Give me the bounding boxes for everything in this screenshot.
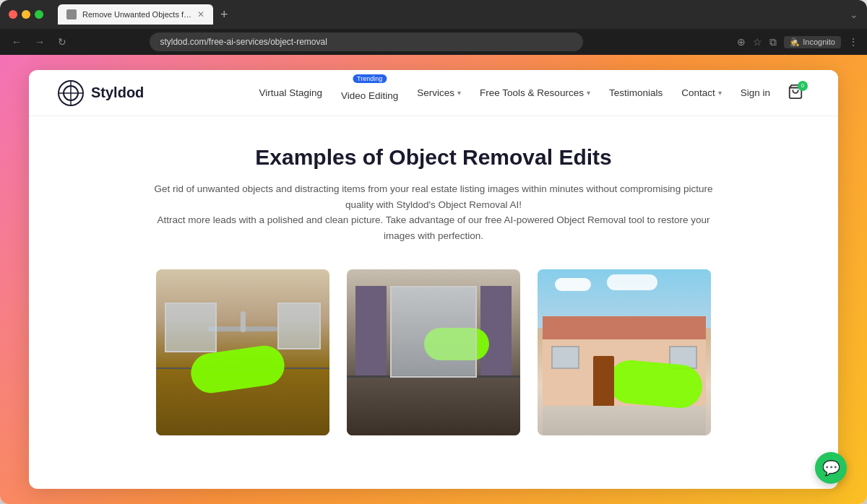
gallery-item-1 (156, 269, 329, 435)
nav-virtual-staging-label: Virtual Staging (259, 87, 322, 98)
traffic-lights (9, 10, 43, 19)
new-tab-button[interactable]: + (216, 7, 233, 22)
close-button[interactable] (9, 10, 17, 19)
reload-button[interactable]: ↻ (55, 35, 69, 49)
gallery (72, 269, 795, 435)
forward-button[interactable]: → (32, 35, 48, 49)
gallery-item-2 (347, 269, 520, 435)
cart-button[interactable]: 0 (782, 79, 809, 107)
gallery-item-3 (538, 269, 711, 435)
bookmark-icon[interactable]: ☆ (753, 36, 762, 48)
nav-free-tools[interactable]: Free Tools & Resources ▾ (473, 83, 598, 103)
minimize-button[interactable] (22, 10, 30, 19)
incognito-icon: 🕵 (790, 38, 800, 47)
nav-contact-label: Contact (681, 87, 715, 98)
services-dropdown-icon: ▾ (457, 89, 461, 97)
tab-title: Remove Unwanted Objects f… (82, 10, 191, 19)
section-description: Get rid of unwanted objects and distract… (152, 181, 715, 243)
nav-services[interactable]: Services ▾ (410, 83, 468, 103)
browser-window: Remove Unwanted Objects f… ✕ + ⌄ ← → ↻ ⊕… (0, 0, 867, 504)
logo-icon (58, 80, 84, 106)
page-background: Styldod Virtual Staging Trending Video E… (0, 55, 867, 504)
tab-favicon (66, 9, 77, 19)
back-button[interactable]: ← (9, 35, 25, 49)
nav-testimonials[interactable]: Testimonials (602, 83, 670, 103)
address-bar: ← → ↻ ⊕ ☆ ⧉ 🕵 Incognito ⋮ (0, 29, 867, 55)
chat-widget[interactable]: 💬 (815, 452, 847, 484)
logo-text: Styldod (91, 84, 144, 101)
address-input[interactable] (150, 32, 583, 51)
chat-icon: 💬 (822, 459, 840, 477)
cart-badge: 0 (798, 81, 808, 91)
menu-icon[interactable]: ⋮ (848, 36, 858, 48)
extensions-puzzle-icon[interactable]: ⧉ (769, 36, 777, 48)
nav-free-tools-label: Free Tools & Resources (480, 87, 584, 98)
section-title: Examples of Object Removal Edits (72, 145, 795, 170)
curtain-left (355, 286, 387, 386)
title-bar: Remove Unwanted Objects f… ✕ + ⌄ (0, 0, 867, 29)
nav-video-editing[interactable]: Trending Video Editing (334, 80, 405, 105)
section-desc-line2: Attract more leads with a polished and c… (157, 214, 709, 241)
nav-virtual-staging[interactable]: Virtual Staging (251, 83, 329, 103)
section-desc-line1: Get rid of unwanted objects and distract… (155, 183, 713, 210)
site-logo[interactable]: Styldod (58, 80, 144, 106)
nav-links: Virtual Staging Trending Video Editing S… (251, 79, 809, 107)
nav-video-editing-label: Video Editing (341, 90, 398, 101)
site-main: Examples of Object Removal Edits Get rid… (29, 116, 838, 489)
tab-close-icon[interactable]: ✕ (197, 9, 204, 19)
nav-services-label: Services (417, 87, 454, 98)
nav-contact[interactable]: Contact ▾ (674, 83, 729, 103)
browser-actions: ⊕ ☆ ⧉ 🕵 Incognito ⋮ (737, 36, 858, 48)
website-card: Styldod Virtual Staging Trending Video E… (29, 70, 838, 489)
nav-testimonials-label: Testimonials (609, 87, 663, 98)
tab-bar: Remove Unwanted Objects f… ✕ + (58, 4, 844, 25)
active-tab[interactable]: Remove Unwanted Objects f… ✕ (58, 4, 213, 25)
contact-dropdown-icon: ▾ (718, 89, 722, 97)
trending-badge: Trending (353, 74, 387, 83)
incognito-label: Incognito (803, 38, 835, 46)
window-control-right[interactable]: ⌄ (850, 9, 858, 20)
maximize-button[interactable] (35, 10, 43, 19)
free-tools-dropdown-icon: ▾ (587, 89, 590, 97)
sign-in-link[interactable]: Sign in (733, 83, 777, 103)
site-nav: Styldod Virtual Staging Trending Video E… (29, 70, 838, 116)
extensions-icon[interactable]: ⊕ (737, 36, 746, 48)
incognito-badge: 🕵 Incognito (784, 36, 841, 48)
